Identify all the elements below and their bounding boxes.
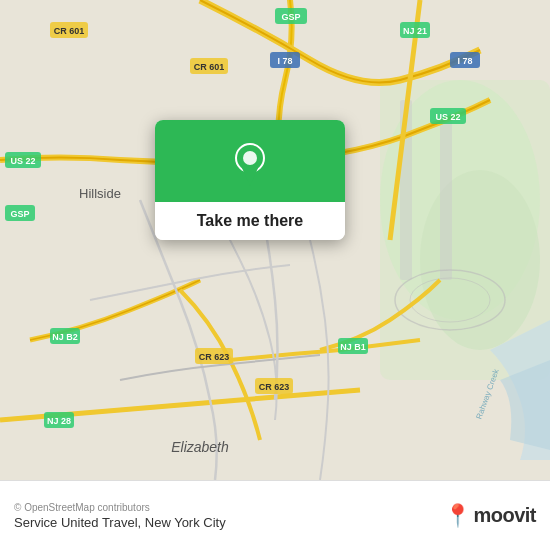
- svg-text:US 22: US 22: [10, 156, 35, 166]
- svg-text:GSP: GSP: [281, 12, 300, 22]
- svg-marker-41: [242, 168, 258, 186]
- svg-text:I 78: I 78: [277, 56, 292, 66]
- svg-text:CR 601: CR 601: [194, 62, 225, 72]
- svg-text:NJ 28: NJ 28: [47, 416, 71, 426]
- svg-text:NJ B1: NJ B1: [340, 342, 366, 352]
- popup-card: Take me there: [155, 120, 345, 240]
- bottom-bar: © OpenStreetMap contributors Service Uni…: [0, 480, 550, 550]
- moovit-pin-icon: 📍: [444, 503, 471, 529]
- bottom-info: © OpenStreetMap contributors Service Uni…: [14, 502, 226, 530]
- map-svg: GSP CR 601 CR 601 I 78 I 78 US 22 US 22 …: [0, 0, 550, 480]
- svg-text:NJ B2: NJ B2: [52, 332, 78, 342]
- svg-text:GSP: GSP: [10, 209, 29, 219]
- svg-text:I 78: I 78: [457, 56, 472, 66]
- svg-text:Elizabeth: Elizabeth: [171, 439, 229, 455]
- popup-top: [155, 120, 345, 202]
- copyright-text: © OpenStreetMap contributors: [14, 502, 226, 513]
- svg-point-40: [243, 151, 257, 165]
- take-me-there-button[interactable]: Take me there: [155, 202, 345, 240]
- moovit-brand-text: moovit: [473, 504, 536, 527]
- location-pin-icon: [228, 142, 272, 186]
- svg-text:Hillside: Hillside: [79, 186, 121, 201]
- svg-text:CR 623: CR 623: [199, 352, 230, 362]
- svg-text:CR 601: CR 601: [54, 26, 85, 36]
- svg-text:CR 623: CR 623: [259, 382, 290, 392]
- svg-rect-5: [440, 120, 452, 280]
- svg-text:US 22: US 22: [435, 112, 460, 122]
- map-view: GSP CR 601 CR 601 I 78 I 78 US 22 US 22 …: [0, 0, 550, 480]
- location-name: Service United Travel, New York City: [14, 515, 226, 530]
- moovit-logo: 📍 moovit: [444, 503, 536, 529]
- svg-text:NJ 21: NJ 21: [403, 26, 427, 36]
